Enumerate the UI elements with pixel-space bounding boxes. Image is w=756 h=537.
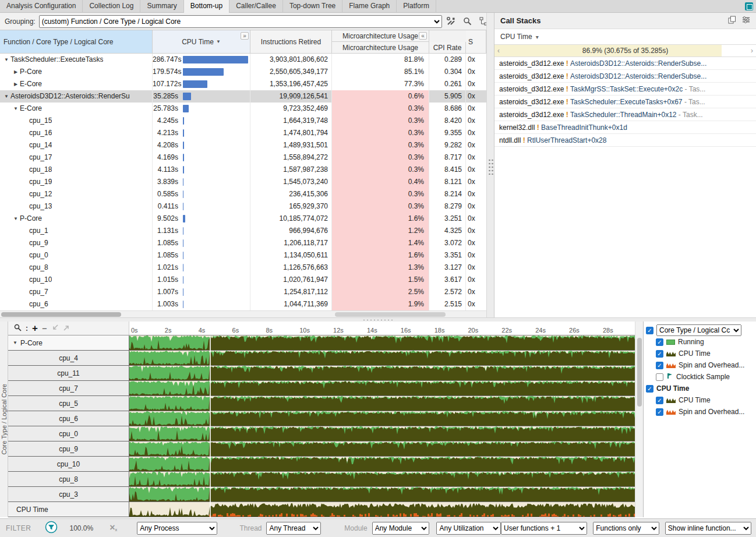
timeline-row-label-cpu-7[interactable]: cpu_7 bbox=[8, 381, 129, 396]
column-header-instructions-retired[interactable]: Instructions Retired bbox=[250, 30, 332, 54]
checkbox-cpu-time[interactable]: ✓ bbox=[656, 397, 663, 404]
table-row[interactable]: ▼P-Core9.502s10,185,774,0721.6%3.2510x bbox=[0, 213, 486, 225]
checkbox-spin-and-overhead-[interactable]: ✓ bbox=[656, 408, 663, 416]
table-row[interactable]: cpu_164.213s1,474,801,7940.3%9.3550x bbox=[0, 127, 486, 139]
timeline-chart-row[interactable] bbox=[129, 351, 635, 366]
timeline-chart-row[interactable] bbox=[129, 487, 635, 502]
table-row[interactable]: ▼AsteroidsD3D12::Asteroids::RenderSu35.2… bbox=[0, 90, 486, 103]
table-row[interactable]: cpu_184.113s1,587,987,2380.3%8.4150x bbox=[0, 164, 486, 176]
stack-settings-icon[interactable] bbox=[742, 16, 750, 26]
timeline-chart-row[interactable] bbox=[129, 366, 635, 381]
timeline-chart-row[interactable] bbox=[129, 396, 635, 411]
stack-prev-icon[interactable]: ‹ bbox=[496, 45, 501, 56]
zoom-out-button[interactable]: − bbox=[42, 324, 47, 333]
checkbox-running[interactable]: ✓ bbox=[656, 338, 663, 346]
call-mode-select[interactable]: User functions + 1 bbox=[501, 522, 587, 535]
stack-frame[interactable]: asteroids_d3d12.exe ! AsteroidsD3D12::As… bbox=[494, 57, 756, 70]
stack-next-icon[interactable]: › bbox=[749, 45, 755, 56]
tab-bottom-up[interactable]: Bottom-up bbox=[184, 0, 229, 13]
timeline-row-label-cpu-6[interactable]: cpu_6 bbox=[8, 411, 129, 426]
timeline-row-label-cpu-4[interactable]: cpu_4 bbox=[8, 351, 129, 366]
collapse-arrow-icon[interactable]: ▼ bbox=[12, 103, 20, 115]
table-row[interactable]: cpu_91.085s1,206,118,7171.4%3.0720x bbox=[0, 237, 486, 249]
timeline-chart-row[interactable] bbox=[129, 502, 635, 517]
tab-flame-graph[interactable]: Flame Graph bbox=[342, 0, 397, 13]
table-row[interactable]: ▼TaskScheduler::ExecuteTasks286.747s3,90… bbox=[0, 54, 486, 66]
legend-group-select[interactable]: Core Type / Logical Cc bbox=[656, 324, 741, 336]
undo-zoom-icon[interactable] bbox=[63, 324, 70, 333]
search-button[interactable] bbox=[461, 15, 475, 28]
timeline-row-label-cpu-9[interactable]: cpu_9 bbox=[8, 441, 129, 457]
timeline-row-label-cpu-8[interactable]: cpu_8 bbox=[8, 472, 129, 487]
timeline-row-label-cpu-5[interactable]: cpu_5 bbox=[8, 396, 129, 411]
thread-filter-select[interactable]: Any Thread bbox=[266, 522, 321, 535]
checkbox-clocktick-sample[interactable] bbox=[656, 373, 663, 381]
table-row[interactable]: cpu_101.015s1,020,761,9471.5%3.6170x bbox=[0, 274, 486, 286]
vertical-splitter[interactable] bbox=[486, 13, 494, 317]
timeline-vertical-scrollbar[interactable] bbox=[635, 322, 643, 517]
timeline-chart-row[interactable] bbox=[129, 441, 635, 457]
scrollbar-thumb[interactable] bbox=[335, 312, 446, 317]
zoom-in-button[interactable]: + bbox=[32, 324, 38, 333]
checkbox-cpu-time[interactable]: ✓ bbox=[656, 350, 663, 358]
stack-frame[interactable]: asteroids_d3d12.exe ! TaskMgrSS::TaskSet… bbox=[494, 83, 756, 96]
timeline-row-label-cpu-10[interactable]: cpu_10 bbox=[8, 457, 129, 472]
filter-funnel-icon[interactable] bbox=[45, 521, 58, 535]
timeline-chart-row[interactable] bbox=[129, 335, 635, 351]
timeline-chart-row[interactable] bbox=[129, 411, 635, 426]
column-header-clipped[interactable]: S bbox=[466, 30, 486, 54]
grouping-select[interactable]: (custom) Function / Core Type / Logical … bbox=[39, 15, 442, 28]
zoom-magnifier-icon[interactable] bbox=[14, 324, 22, 333]
collapse-arrow-icon[interactable]: ▼ bbox=[2, 90, 10, 103]
function-mode-select[interactable]: Functions only bbox=[593, 522, 659, 535]
table-row[interactable]: cpu_01.085s1,134,050,6111.6%3.3510x bbox=[0, 249, 486, 262]
tab-platform[interactable]: Platform bbox=[397, 0, 436, 13]
timeline-row-label-p-core[interactable]: ▼P-Core bbox=[8, 335, 129, 351]
stack-frame[interactable]: asteroids_d3d12.exe ! TaskScheduler::Thr… bbox=[494, 108, 756, 121]
collapse-arrow-icon[interactable]: ▼ bbox=[13, 340, 17, 345]
timeline-row-label-cpu-0[interactable]: cpu_0 bbox=[8, 426, 129, 441]
copy-icon[interactable] bbox=[728, 16, 736, 26]
timeline-row-label-cpu-11[interactable]: cpu_11 bbox=[8, 366, 129, 381]
timeline-chart-row[interactable] bbox=[129, 381, 635, 396]
tab-caller-callee[interactable]: Caller/Callee bbox=[229, 0, 283, 13]
timeline-chart-row[interactable] bbox=[129, 457, 635, 472]
tab-collection-log[interactable]: Collection Log bbox=[83, 0, 140, 13]
tab-analysis-configuration[interactable]: Analysis Configuration bbox=[0, 0, 83, 13]
stack-frame[interactable]: ntdll.dll ! RtlUserThreadStart+0x28 bbox=[494, 134, 756, 147]
table-row[interactable]: cpu_174.169s1,558,894,2720.3%8.7170x bbox=[0, 151, 486, 164]
utilization-filter-select[interactable]: Any Utilization bbox=[436, 522, 501, 535]
tab-top-down-tree[interactable]: Top-down Tree bbox=[283, 0, 342, 13]
timeline-chart-row[interactable] bbox=[129, 426, 635, 441]
window-pin-icon[interactable] bbox=[745, 2, 753, 10]
collapse-columns-button[interactable]: « bbox=[419, 32, 427, 40]
scrollbar-thumb[interactable] bbox=[1, 312, 121, 317]
column-header-cpi-rate[interactable]: CPI Rate bbox=[429, 42, 466, 54]
column-header-function[interactable]: Function / Core Type / Logical Core bbox=[0, 30, 153, 54]
inline-mode-select[interactable]: Show inline function... bbox=[665, 522, 751, 535]
table-row[interactable]: cpu_120.585s236,415,3060.3%8.2140x bbox=[0, 188, 486, 200]
table-row[interactable]: ▶E-Core107.172s1,353,196,457,42577.3%0.2… bbox=[0, 78, 486, 90]
stack-frame[interactable]: kernel32.dll ! BaseThreadInitThunk+0x1d bbox=[494, 121, 756, 134]
table-row[interactable]: cpu_61.003s1,044,711,3691.9%2.5150x bbox=[0, 298, 486, 310]
stack-metric-selector[interactable]: CPU Time ▾ bbox=[494, 29, 756, 44]
table-row[interactable]: cpu_193.839s1,545,073,2400.4%8.1210x bbox=[0, 176, 486, 188]
stack-frame[interactable]: asteroids_d3d12.exe ! TaskScheduler::Exe… bbox=[494, 96, 756, 108]
table-row[interactable]: cpu_144.208s1,489,931,5010.3%9.2820x bbox=[0, 139, 486, 151]
column-header-cpu-time[interactable]: CPU Time ▼ bbox=[153, 30, 250, 54]
zoom-selection-icon[interactable] bbox=[51, 324, 59, 333]
column-header-microarchitecture-usage[interactable]: Microarchitecture Usage bbox=[332, 42, 429, 54]
module-filter-select[interactable]: Any Module bbox=[372, 522, 430, 535]
table-row[interactable]: cpu_71.007s1,254,817,1122.5%2.5720x bbox=[0, 286, 486, 298]
collapse-arrow-icon[interactable]: ▼ bbox=[2, 54, 10, 66]
timeline-row-label-cpu-time[interactable]: CPU Time bbox=[8, 502, 129, 517]
grid-horizontal-scrollbar[interactable] bbox=[0, 310, 486, 317]
tab-summary[interactable]: Summary bbox=[140, 0, 183, 13]
table-row[interactable]: cpu_154.245s1,664,319,7480.3%8.4200x bbox=[0, 115, 486, 127]
table-row[interactable]: ▶P-Core179.574s2,550,605,349,17785.1%0.3… bbox=[0, 66, 486, 78]
timeline-row-label-cpu-3[interactable]: cpu_3 bbox=[8, 487, 129, 502]
process-filter-select[interactable]: Any Process bbox=[137, 522, 217, 535]
expand-arrow-icon[interactable]: ▶ bbox=[12, 78, 20, 90]
expand-columns-button[interactable]: » bbox=[241, 32, 249, 40]
table-row[interactable]: cpu_11.131s966,994,6761.2%4.3250x bbox=[0, 225, 486, 237]
